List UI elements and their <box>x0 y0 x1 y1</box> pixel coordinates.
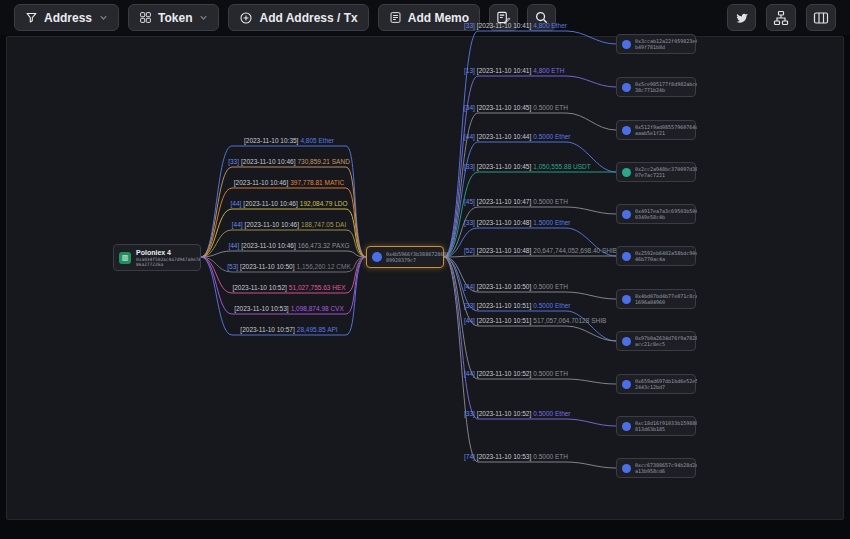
transfer-edge-label[interactable]: [33][2023-11-10 10:46]730,859.21 SAND <box>218 157 360 167</box>
address-node[interactable]: 0xcc67388657c94b28d2e085a83a0a97a13b958c… <box>616 458 696 478</box>
panel-layout-button[interactable] <box>806 4 836 31</box>
address-line2: 46b770ac4a <box>635 256 697 262</box>
timestamp: [2023-11-10 10:57] <box>240 326 294 333</box>
amount: 166,473.32 PAXG <box>298 242 350 249</box>
source-address-line2: 86a277226a <box>136 262 200 267</box>
address-node[interactable]: 0x2cc2a948bc370097d38058c022cf0807e7ac72… <box>616 162 696 182</box>
timestamp: [2023-11-10 10:48] <box>477 247 531 254</box>
transfer-edge-label[interactable]: [2023-11-10 10:52]51,027,755.63 HEX <box>218 283 360 293</box>
transfer-edge-label[interactable]: [74][2023-11-10 10:53]0.5000 ETH <box>464 452 580 462</box>
tx-count: [33] <box>464 302 475 309</box>
tx-count: [44] <box>464 133 475 140</box>
address-node[interactable]: 0x3ccab12a22f059823e4b89e22da7ccb49f781b… <box>616 34 696 54</box>
source-address-node[interactable]: ▥ Poloniex 4 0xa034f502ac4a7d947a0e78C17… <box>113 244 201 271</box>
graph-canvas[interactable] <box>6 36 844 520</box>
address-avatar-icon <box>622 40 631 49</box>
address-node[interactable]: 0x659ad697db1bd6e52e5e7278d91c7b2443c12b… <box>616 374 696 394</box>
token-filter-button[interactable]: Token <box>128 4 219 31</box>
address-node[interactable]: 0x2592eb6482a58bdc90c141c478bc1846b770ac… <box>616 246 696 266</box>
transfer-edge-label[interactable]: [44][2023-11-10 10:52]0.5000 ETH <box>464 369 580 379</box>
amount: 0.5000 ETH <box>533 104 568 111</box>
timestamp: [2023-11-10 10:46] <box>234 179 288 186</box>
transfer-edge-label[interactable]: [33][2023-11-10 10:45]1,050,555.88 USDT <box>464 162 580 172</box>
address-node[interactable]: 0x4917ea7a3c69503b504b11b817bdd20349e58c… <box>616 204 696 224</box>
add-address-tx-button[interactable]: Add Address / Tx <box>228 4 368 31</box>
tx-count: [44] <box>228 242 239 249</box>
amount: 0.5000 Ether <box>533 302 570 309</box>
transfer-edge-label[interactable]: [44][2023-11-10 10:46]188,747.05 DAI <box>218 220 360 230</box>
transfer-edge-label[interactable]: [44][2023-11-10 10:51]517,057,064.70128 … <box>464 316 580 326</box>
address-avatar-icon <box>622 83 631 92</box>
timestamp: [2023-11-10 10:51] <box>477 317 531 324</box>
address-line2: 813d63b185 <box>635 426 697 432</box>
timestamp: [2023-11-10 10:46] <box>243 200 297 207</box>
tx-count: [33] <box>464 22 475 29</box>
add-address-tx-label: Add Address / Tx <box>259 11 357 25</box>
transfer-edge-label[interactable]: [44][2023-11-10 10:46]192,084.79 LDO <box>218 199 360 209</box>
address-avatar-icon <box>622 422 631 431</box>
amount: 0.5000 ETH <box>533 370 568 377</box>
address-line2: 38c771b24b <box>635 87 697 93</box>
tx-count: [44] <box>464 370 475 377</box>
transfer-edge-label[interactable]: [33][2023-11-10 10:52]0.5000 Ether <box>464 409 580 419</box>
address-filter-label: Address <box>44 11 92 25</box>
transfer-edge-label[interactable]: [52][2023-11-10 10:48]20,647,744,052,698… <box>464 246 580 256</box>
panel-layout-icon <box>813 10 829 26</box>
tx-count: [33] <box>464 410 475 417</box>
address-line2: b49f781b8d <box>635 44 697 50</box>
amount: 730,859.21 SAND <box>297 158 349 165</box>
transfer-edge-label[interactable]: [34][2023-11-10 10:45]0.5000 ETH <box>464 103 580 113</box>
transfer-edge-label[interactable]: [44][2023-11-10 10:50]0.5000 ETH <box>464 282 580 292</box>
address-avatar-icon <box>622 252 631 261</box>
address-avatar-icon <box>372 252 382 262</box>
transfer-edge-label[interactable]: [33][2023-11-10 10:51]0.5000 Ether <box>464 301 580 311</box>
flow-graph-icon <box>773 10 789 26</box>
address-node[interactable]: 0x97b0a2634d76f9a782832d0c3123a3acc21c8e… <box>616 331 696 351</box>
chevron-down-icon <box>199 13 208 22</box>
transfer-edge-label[interactable]: [44][2023-11-10 10:44]0.5000 Ether <box>464 132 580 142</box>
transfer-edge-label[interactable]: [53][2023-11-10 10:50]1,156,260.12 CMK <box>218 262 360 272</box>
tx-count: [34] <box>464 104 475 111</box>
address-node[interactable]: 0xc18d16f91033b159880167d9ca1c2f813d63b1… <box>616 416 696 436</box>
address-filter-button[interactable]: Address <box>14 4 119 31</box>
flow-graph-button[interactable] <box>766 4 796 31</box>
share-bird-button[interactable] <box>727 4 756 31</box>
timestamp: [2023-11-10 10:52] <box>477 410 531 417</box>
transfer-edge-label[interactable]: [33][2023-11-10 10:41]4,800 Ether <box>464 21 580 31</box>
transfer-edge-label[interactable]: [44][2023-11-10 10:46]166,473.32 PAXG <box>218 241 360 251</box>
transfer-edge-label[interactable]: [13][2023-11-10 10:41]4,800 ETH <box>464 66 580 76</box>
amount: 1,050,555.88 USDT <box>533 163 590 170</box>
amount: 1,098,874.98 CVX <box>291 305 344 312</box>
amount: 1,156,260.12 CMK <box>297 263 351 270</box>
timestamp: [2023-11-10 10:50] <box>477 283 531 290</box>
transfer-edge-label[interactable]: [2023-11-10 10:57]28,495.85 API <box>218 325 360 335</box>
tx-count: [44] <box>232 221 243 228</box>
center-address-line2: 89928379c7 <box>386 257 448 263</box>
timestamp: [2023-11-10 10:53] <box>234 305 288 312</box>
transfer-edge-label[interactable]: [2023-11-10 10:35]4,805 Ether <box>218 136 360 146</box>
tx-count: [52] <box>464 247 475 254</box>
address-avatar-icon <box>622 380 631 389</box>
address-node[interactable]: 0x512f9ad08557960764cb98d86c182daaab5e1f… <box>616 120 696 140</box>
tx-count: [53] <box>227 263 238 270</box>
address-node[interactable]: 0x5ce985177f8d982abce877b347826838c771b2… <box>616 77 696 97</box>
address-avatar-icon <box>622 464 631 473</box>
timestamp: [2023-11-10 10:45] <box>477 163 531 170</box>
transfer-edge-label[interactable]: [33][2023-11-10 10:48]1.5000 Ether <box>464 218 580 228</box>
selected-address-node[interactable]: 0x4b5966f3b38867286882265d111c5a6 899283… <box>366 246 444 268</box>
timestamp: [2023-11-10 10:50] <box>240 263 294 270</box>
amount: 0.5000 ETH <box>533 283 568 290</box>
transfer-edge-label[interactable]: [45][2023-11-10 10:47]0.5000 ETH <box>464 197 580 207</box>
amount: 0.5000 ETH <box>533 453 568 460</box>
timestamp: [2023-11-10 10:46] <box>241 158 295 165</box>
timestamp: [2023-11-10 10:53] <box>477 453 531 460</box>
address-avatar-icon <box>622 337 631 346</box>
tx-count: [13] <box>464 67 475 74</box>
timestamp: [2023-11-10 10:46] <box>245 221 299 228</box>
address-avatar-icon <box>622 295 631 304</box>
amount: 4,805 Ether <box>300 137 334 144</box>
amount: 51,027,755.63 HEX <box>289 284 346 291</box>
address-node[interactable]: 0x4bd07bd4b77e871c8ca79e9f8ad8481696a849… <box>616 289 696 309</box>
transfer-edge-label[interactable]: [2023-11-10 10:53]1,098,874.98 CVX <box>218 304 360 314</box>
transfer-edge-label[interactable]: [2023-11-10 10:46]397,778.81 MATIC <box>218 178 360 188</box>
